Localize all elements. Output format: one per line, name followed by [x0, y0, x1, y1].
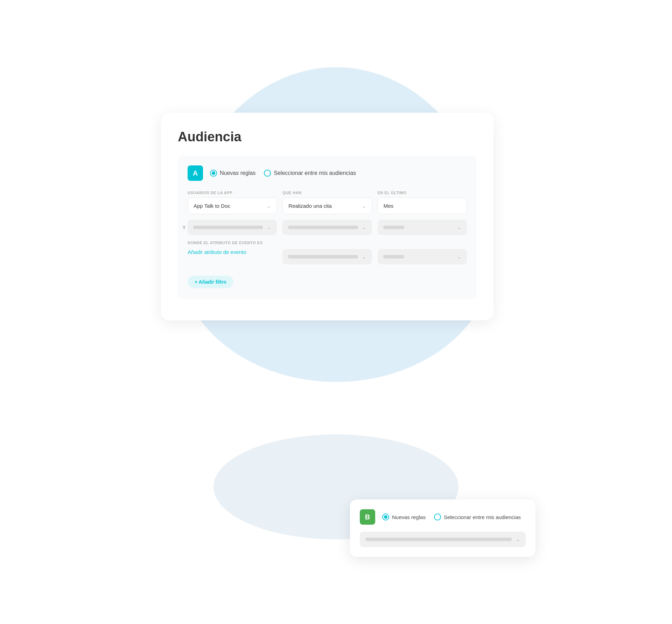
chevron-down-icon-5: ⌄ — [457, 225, 461, 230]
chevron-down-icon-6: ⌄ — [362, 254, 366, 260]
time-select-value: Mes — [384, 203, 393, 209]
radio-label-new-rules-a: Nuevas reglas — [220, 170, 255, 176]
event-attr-row: Añadir atributo de evento ⌄ ⌄ — [188, 249, 467, 264]
block-b-header: B Nuevas reglas Seleccionar entre mis au… — [360, 509, 526, 525]
app-select[interactable]: App Talk to Doc ⌄ — [188, 198, 277, 214]
radio-circle-select-audiences-a — [264, 170, 271, 177]
filter-row-1: App Talk to Doc ⌄ Realizado una cita ⌄ M… — [188, 198, 467, 214]
block-letter-b: B — [360, 509, 375, 525]
block-a-header: A Nuevas reglas Seleccionar entre mis au… — [188, 165, 467, 181]
chevron-down-icon-3: ⌄ — [267, 225, 271, 230]
event-attr-placeholder-1 — [288, 255, 358, 258]
radio-circle-new-rules-a — [210, 170, 217, 177]
radio-circle-select-audiences-b — [434, 513, 441, 520]
radio-select-audiences-a[interactable]: Seleccionar entre mis audiencias — [264, 170, 356, 177]
radio-label-select-audiences-b: Seleccionar entre mis audiencias — [444, 514, 521, 520]
col-header-app: USUARIOS DE LA APP — [188, 191, 277, 195]
app-select-value: App Talk to Doc — [194, 203, 230, 209]
chevron-down-icon-2: ⌄ — [362, 203, 366, 209]
add-filter-button[interactable]: + Añadir filtro — [188, 276, 233, 288]
radio-circle-new-rules-b — [382, 513, 389, 520]
col-header-action: QUE HAN — [282, 191, 372, 195]
filter-section-a: USUARIOS DE LA APP QUE HAN EN EL ÚLTIMO … — [188, 191, 467, 288]
app-select-2[interactable]: ⌄ — [188, 220, 277, 235]
time-select[interactable]: Mes — [378, 198, 467, 214]
block-b-dropdown-row: ⌄ — [360, 532, 526, 547]
chevron-down-icon-4: ⌄ — [362, 225, 366, 230]
event-attr-section: DONDE EL ATRIBUTO DE EVENTO ES Añadir at… — [188, 241, 467, 264]
event-attr-placeholder-2 — [383, 255, 404, 258]
column-headers: USUARIOS DE LA APP QUE HAN EN EL ÚLTIMO — [188, 191, 467, 195]
block-letter-a: A — [188, 165, 203, 181]
scene: Audiencia A Nuevas reglas Seleccionar en… — [144, 50, 528, 574]
action-select-2[interactable]: ⌄ — [282, 220, 372, 235]
connector-y-label: Y — [181, 225, 187, 231]
audience-block-a: A Nuevas reglas Seleccionar entre mis au… — [178, 156, 477, 299]
action-select-value: Realizado una cita — [288, 203, 331, 209]
time-placeholder — [383, 226, 404, 229]
time-select-2[interactable]: ⌄ — [378, 220, 467, 235]
block-b-placeholder — [365, 538, 512, 541]
filter-row-2: ⌄ ⌄ ⌄ — [188, 220, 467, 235]
event-attr-select-2[interactable]: ⌄ — [378, 249, 467, 264]
radio-label-select-audiences-a: Seleccionar entre mis audiencias — [274, 170, 356, 176]
action-placeholder — [288, 226, 358, 229]
radio-select-audiences-b[interactable]: Seleccionar entre mis audiencias — [434, 513, 521, 520]
page-title: Audiencia — [178, 129, 477, 144]
radio-label-new-rules-b: Nuevas reglas — [392, 514, 426, 520]
block-b-select[interactable]: ⌄ — [360, 532, 526, 547]
radio-group-a: Nuevas reglas Seleccionar entre mis audi… — [210, 170, 356, 177]
action-select[interactable]: Realizado una cita ⌄ — [282, 198, 372, 214]
radio-group-b: Nuevas reglas Seleccionar entre mis audi… — [382, 513, 521, 520]
add-event-attr-link[interactable]: Añadir atributo de evento — [188, 249, 277, 264]
chevron-down-icon: ⌄ — [267, 203, 271, 209]
secondary-card: B Nuevas reglas Seleccionar entre mis au… — [350, 499, 536, 557]
radio-new-rules-a[interactable]: Nuevas reglas — [210, 170, 255, 177]
chevron-down-icon-7: ⌄ — [457, 254, 461, 260]
col-header-time: EN EL ÚLTIMO — [378, 191, 467, 195]
event-attr-label: DONDE EL ATRIBUTO DE EVENTO ES — [188, 241, 467, 245]
event-attr-select-1[interactable]: ⌄ — [282, 249, 372, 264]
app-placeholder — [193, 226, 263, 229]
radio-new-rules-b[interactable]: Nuevas reglas — [382, 513, 426, 520]
main-card: Audiencia A Nuevas reglas Seleccionar en… — [161, 113, 493, 320]
chevron-down-icon-b: ⌄ — [516, 537, 520, 542]
